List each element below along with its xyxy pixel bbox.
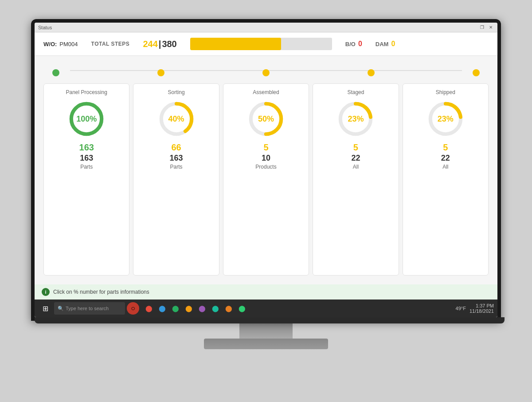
steps-done: 244 bbox=[143, 39, 157, 49]
stage-label-2: Assembled bbox=[253, 89, 279, 95]
donut-1[interactable]: 40% bbox=[156, 99, 196, 139]
stat-top-1: 66 bbox=[171, 142, 181, 153]
taskbar-icon-5[interactable]: ⬤ bbox=[196, 302, 208, 315]
stat-unit-1: Parts bbox=[170, 164, 183, 170]
timeline-dot-4 bbox=[473, 69, 480, 76]
stage-card-1: Sorting 40% 66 163 bbox=[133, 83, 219, 276]
timeline-dot-3 bbox=[368, 69, 375, 76]
taskbar-search[interactable]: 🔍 Type here to search bbox=[54, 302, 125, 315]
bo-label: B/O bbox=[345, 41, 356, 47]
donut-percent-4[interactable]: 23% bbox=[438, 114, 454, 124]
stat-top-3: 5 bbox=[353, 142, 358, 153]
stages-row: Panel Processing 100% 163 163 bbox=[43, 83, 489, 276]
search-placeholder: Type here to search bbox=[66, 306, 109, 311]
stage-label-3: Staged bbox=[347, 89, 364, 95]
taskbar-icon-6[interactable]: ⬤ bbox=[209, 302, 222, 315]
taskbar-icon-1[interactable]: ⬤ bbox=[143, 302, 155, 315]
taskbar-icon-2[interactable]: ⬤ bbox=[156, 302, 168, 315]
app-content: W/O: PM004 TOTAL STEPS 244 | 380 B/O 0 bbox=[35, 32, 497, 317]
info-message: Click on % number for parts informations bbox=[53, 289, 149, 295]
titlebar-title: Status bbox=[38, 25, 52, 30]
info-bar: i Click on % number for parts informatio… bbox=[35, 284, 497, 300]
stat-bottom-0: 163 bbox=[80, 154, 93, 163]
stat-bottom-2: 10 bbox=[262, 154, 270, 163]
monitor-bottom-bar bbox=[35, 317, 505, 323]
stat-row-2: 5 10 Products bbox=[227, 142, 305, 170]
stage-label-4: Shipped bbox=[436, 89, 455, 95]
main-content: Panel Processing 100% 163 163 bbox=[35, 56, 497, 284]
stat-row-3: 5 22 All bbox=[317, 142, 395, 170]
stat-bottom-1: 163 bbox=[170, 154, 183, 163]
stat-unit-3: All bbox=[353, 164, 359, 170]
timeline-dot-1 bbox=[157, 69, 164, 76]
cortana-icon[interactable]: ○ bbox=[127, 302, 139, 315]
donut-percent-2[interactable]: 50% bbox=[258, 114, 274, 124]
close-button[interactable]: ✕ bbox=[488, 24, 494, 31]
stat-top-0: 163 bbox=[79, 142, 94, 153]
stat-top-4: 5 bbox=[443, 142, 448, 153]
taskbar-time: 1:37 PM 11/18/2021 bbox=[469, 303, 494, 314]
stage-card-4: Shipped 23% 5 22 Al bbox=[403, 83, 489, 276]
info-icon: i bbox=[42, 288, 50, 296]
donut-2[interactable]: 50% bbox=[246, 99, 286, 139]
dam-value: 0 bbox=[391, 40, 395, 48]
taskbar-icon-4[interactable]: ⬤ bbox=[183, 302, 195, 315]
titlebar-controls: ❐ ✕ bbox=[479, 24, 494, 31]
stat-unit-4: All bbox=[442, 164, 448, 170]
total-steps-label: TOTAL STEPS bbox=[91, 41, 130, 47]
bo-value: 0 bbox=[358, 40, 362, 48]
header-bar: W/O: PM004 TOTAL STEPS 244 | 380 B/O 0 bbox=[35, 32, 497, 56]
donut-percent-3[interactable]: 23% bbox=[348, 114, 364, 124]
donut-percent-0[interactable]: 100% bbox=[76, 114, 97, 124]
progress-bar-fill bbox=[190, 38, 281, 50]
stat-bottom-3: 22 bbox=[351, 154, 360, 163]
monitor-neck bbox=[239, 321, 293, 339]
taskbar-temperature: 49°F bbox=[456, 306, 466, 311]
stage-card-3: Staged 23% 5 22 All bbox=[313, 83, 399, 276]
stage-label-0: Panel Processing bbox=[66, 89, 107, 95]
taskbar-right: 49°F 1:37 PM 11/18/2021 bbox=[456, 303, 494, 314]
timeline bbox=[43, 65, 489, 76]
titlebar: Status ❐ ✕ bbox=[35, 23, 497, 32]
stat-top-2: 5 bbox=[263, 142, 268, 153]
start-button[interactable]: ⊞ bbox=[38, 301, 52, 315]
monitor-base bbox=[204, 339, 328, 349]
steps-separator: | bbox=[159, 39, 161, 49]
stat-unit-2: Products bbox=[255, 164, 276, 170]
dam-section: DAM 0 bbox=[376, 40, 395, 48]
donut-0[interactable]: 100% bbox=[66, 99, 106, 139]
taskbar-icon-3[interactable]: ⬤ bbox=[169, 302, 182, 315]
monitor-screen: Status ❐ ✕ W/O: PM004 TOTAL STEPS 244 bbox=[35, 23, 497, 317]
stat-unit-0: Parts bbox=[80, 164, 93, 170]
monitor-frame: Status ❐ ✕ W/O: PM004 TOTAL STEPS 244 bbox=[31, 19, 501, 321]
taskbar-icon-8[interactable]: ⬤ bbox=[236, 302, 248, 315]
donut-4[interactable]: 23% bbox=[426, 99, 466, 139]
stage-card-2: Assembled 50% 5 10 bbox=[223, 83, 309, 276]
steps-total: 380 bbox=[162, 39, 176, 49]
restore-button[interactable]: ❐ bbox=[479, 24, 485, 31]
donut-3[interactable]: 23% bbox=[336, 99, 376, 139]
search-icon: 🔍 bbox=[58, 306, 64, 311]
stat-bottom-4: 22 bbox=[441, 154, 450, 163]
progress-bar-container bbox=[190, 38, 332, 50]
stat-row-4: 5 22 All bbox=[407, 142, 485, 170]
taskbar-icons: ⬤ ⬤ ⬤ ⬤ ⬤ ⬤ ⬤ ⬤ bbox=[143, 302, 248, 315]
timeline-dot-0 bbox=[52, 69, 59, 76]
wo-value: PM004 bbox=[59, 41, 78, 47]
bo-section: B/O 0 bbox=[345, 40, 362, 48]
wo-label: W/O: bbox=[43, 41, 57, 47]
stage-card-0: Panel Processing 100% 163 163 bbox=[43, 83, 129, 276]
stat-row-0: 163 163 Parts bbox=[47, 142, 125, 170]
dam-label: DAM bbox=[376, 41, 389, 47]
taskbar: ⊞ 🔍 Type here to search ○ ⬤ ⬤ ⬤ ⬤ ⬤ ⬤ ⬤ bbox=[35, 300, 497, 317]
monitor-wrapper: Status ❐ ✕ W/O: PM004 TOTAL STEPS 244 bbox=[31, 19, 501, 383]
timeline-dot-2 bbox=[262, 69, 270, 76]
stage-label-1: Sorting bbox=[168, 89, 185, 95]
taskbar-icon-7[interactable]: ⬤ bbox=[223, 302, 235, 315]
donut-percent-1[interactable]: 40% bbox=[168, 114, 184, 124]
stat-row-1: 66 163 Parts bbox=[137, 142, 215, 170]
